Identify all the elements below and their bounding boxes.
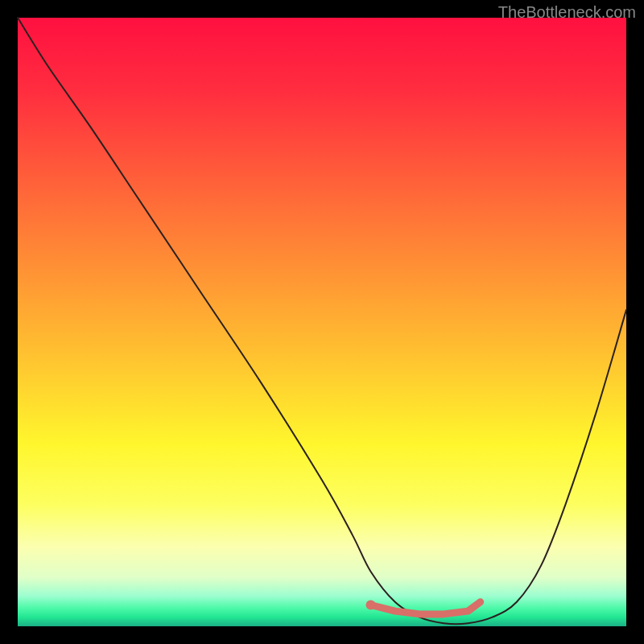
- chart-svg: [18, 18, 626, 626]
- optimal-range-marker: [371, 602, 481, 614]
- bottleneck-curve-line: [18, 18, 626, 624]
- optimal-range-start-dot: [366, 601, 376, 610]
- plot-area: [18, 18, 626, 626]
- watermark-text: TheBottleneck.com: [498, 3, 636, 22]
